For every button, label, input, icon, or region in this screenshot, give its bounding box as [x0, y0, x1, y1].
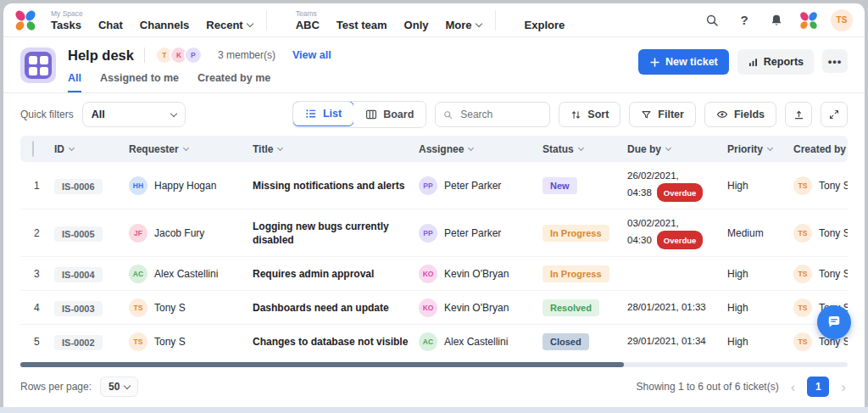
creator-name: Tony S: [819, 180, 848, 192]
status-badge: Resolved: [542, 299, 599, 316]
due-by-cell: 03/02/2021, 04:30 Overdue: [627, 216, 727, 249]
select-all-checkbox[interactable]: [32, 141, 34, 157]
table-header-row: IDRequesterTitleAssigneeStatusDue byPrio…: [20, 136, 848, 162]
fields-button[interactable]: Fields: [704, 102, 776, 127]
notifications-bell-icon[interactable]: [765, 8, 788, 32]
nav-item-chat[interactable]: Chat: [98, 19, 123, 31]
chevron-down-icon: [767, 144, 773, 150]
nav-item-abc[interactable]: ABC: [296, 19, 320, 31]
due-date: 03/02/2021,: [627, 216, 721, 231]
rows-per-page-label: Rows per page:: [20, 381, 92, 393]
ticket-id-badge[interactable]: IS-0005: [54, 226, 103, 242]
ticket-title[interactable]: Missing notifications and alerts: [253, 179, 419, 193]
table-row[interactable]: 4 IS-0003 TSTony S Dashboards need an up…: [20, 291, 848, 325]
view-toggle-list[interactable]: List: [292, 101, 354, 126]
help-icon[interactable]: ?: [732, 8, 756, 32]
avatar: TS: [793, 332, 812, 351]
filter-button[interactable]: Filter: [629, 102, 696, 127]
column-header-assignee[interactable]: Assignee: [419, 143, 542, 155]
requester-name: Tony S: [154, 336, 186, 348]
ticket-id-badge[interactable]: IS-0002: [54, 335, 103, 350]
divider: [495, 10, 496, 31]
new-ticket-button[interactable]: New ticket: [638, 49, 729, 75]
ticket-id-badge[interactable]: IS-0004: [54, 267, 103, 282]
member-avatar-stack[interactable]: TKP: [155, 46, 203, 64]
quick-filter-select[interactable]: All: [82, 102, 186, 127]
overdue-badge: Overdue: [657, 183, 704, 202]
table-row[interactable]: 2 IS-0005 JFJacob Fury Logging new bugs …: [20, 209, 848, 257]
chevron-down-icon: [665, 144, 671, 150]
table-body: 1 IS-0006 HHHappy Hogan Missing notifica…: [20, 162, 848, 357]
scrollbar-thumb[interactable]: [20, 362, 624, 367]
nav-item-channels[interactable]: Channels: [140, 19, 190, 31]
view-all-link[interactable]: View all: [292, 49, 331, 61]
due-time: 04:30: [627, 233, 652, 248]
export-button[interactable]: [785, 102, 812, 127]
nav-item-tasks[interactable]: Tasks: [51, 19, 81, 31]
nav-item-test-team[interactable]: Test team: [337, 19, 387, 31]
avatar: TS: [793, 265, 812, 283]
chevron-down-icon: [246, 20, 253, 26]
avatar: TS: [129, 332, 147, 351]
ticket-id-badge[interactable]: IS-0006: [54, 179, 103, 194]
table-row[interactable]: 1 IS-0006 HHHappy Hogan Missing notifica…: [20, 162, 848, 209]
status-badge: New: [542, 177, 577, 194]
apps-logo-icon[interactable]: [797, 8, 821, 32]
due-date: 26/02/2021,: [627, 169, 721, 183]
filter-toolbar: Quick filters All List Board: [3, 93, 865, 136]
tab-assigned-to-me[interactable]: Assigned to me: [100, 72, 179, 92]
ticket-title[interactable]: Requires admin approval: [253, 267, 419, 281]
column-header-requester[interactable]: Requester: [129, 143, 253, 155]
page-number-button[interactable]: 1: [807, 377, 829, 397]
sort-button[interactable]: Sort: [559, 102, 620, 127]
project-grid-icon: [20, 47, 56, 83]
creator-name: Tony S: [819, 227, 848, 239]
search-icon[interactable]: [700, 8, 724, 32]
tab-all[interactable]: All: [68, 72, 81, 92]
user-avatar[interactable]: TS: [831, 9, 853, 31]
priority-value: High: [727, 302, 793, 314]
table-row[interactable]: 5 IS-0002 TSTony S Changes to database n…: [20, 325, 848, 357]
nav-item-recent[interactable]: Recent: [206, 19, 252, 31]
created-by-cell: TSTony S: [793, 176, 848, 195]
reports-button[interactable]: Reports: [737, 49, 814, 75]
due-date: 28/01/2021, 01:33: [627, 300, 721, 315]
horizontal-scrollbar[interactable]: [20, 362, 848, 367]
teams-group: Teams ABCTest teamOnlyMore: [296, 9, 481, 31]
search-icon: [443, 109, 453, 120]
priority-value: High: [727, 268, 793, 280]
next-page-icon[interactable]: ›: [839, 380, 848, 394]
member-avatar: P: [184, 46, 203, 64]
column-header-title[interactable]: Title: [253, 143, 419, 155]
rows-per-page-select[interactable]: 50: [100, 377, 138, 397]
column-header-priority[interactable]: Priority: [727, 143, 793, 155]
chevron-down-icon: [277, 144, 283, 150]
table-row[interactable]: 3 IS-0004 ACAlex Castellini Requires adm…: [20, 257, 848, 291]
column-header-created-by[interactable]: Created by: [793, 143, 848, 155]
chat-fab-button[interactable]: [817, 305, 851, 339]
view-toggle-board[interactable]: Board: [353, 102, 426, 127]
requester-name: Tony S: [154, 302, 186, 314]
more-options-button[interactable]: •••: [822, 49, 848, 73]
tab-created-by-me[interactable]: Created by me: [198, 72, 270, 92]
column-header-status[interactable]: Status: [542, 143, 627, 155]
assignee-name: Kevin O'Bryan: [444, 302, 509, 314]
prev-page-icon[interactable]: ‹: [789, 380, 798, 394]
ticket-id-badge[interactable]: IS-0003: [54, 301, 103, 316]
ticket-title[interactable]: Logging new bugs currently disabled: [253, 220, 419, 247]
showing-count-text: Showing 1 to 6 out of 6 ticket(s): [637, 381, 779, 393]
avatar: HH: [129, 176, 147, 195]
nav-item-only[interactable]: Only: [404, 19, 429, 31]
column-header-due-by[interactable]: Due by: [627, 143, 727, 155]
fullscreen-button[interactable]: [821, 102, 848, 127]
row-number: 4: [20, 302, 54, 314]
ticket-title[interactable]: Dashboards need an update: [253, 301, 419, 315]
search-input[interactable]: [459, 108, 542, 121]
nav-item-explore[interactable]: Explore: [525, 19, 565, 31]
divider: [266, 10, 267, 31]
ticket-title[interactable]: Changes to database not visible: [253, 335, 419, 349]
app-logo-icon[interactable]: [15, 10, 36, 31]
my-space-label: My Space: [51, 9, 253, 18]
nav-item-more[interactable]: More: [445, 19, 481, 31]
column-header-id[interactable]: ID: [54, 143, 129, 155]
